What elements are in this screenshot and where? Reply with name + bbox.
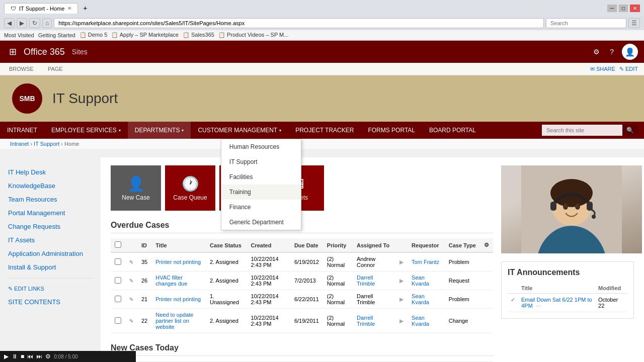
nav-item-intranet[interactable]: INTRANET: [0, 122, 44, 139]
back-button[interactable]: ◀: [4, 18, 15, 28]
page-button[interactable]: PAGE: [45, 64, 66, 74]
help-button[interactable]: ?: [608, 46, 616, 58]
bookmark-demo5[interactable]: 📋 Demo 5: [79, 32, 108, 38]
address-bar[interactable]: [54, 18, 544, 28]
refresh-button[interactable]: ↻: [29, 18, 40, 28]
bookmark-apply-sp[interactable]: 📋 Apply – SP Marketplace: [111, 32, 179, 38]
sidebar-item-team-resources[interactable]: Team Resources: [0, 193, 101, 206]
col-case-status: Case Status: [206, 238, 247, 252]
video-settings-button[interactable]: ⚙: [45, 353, 51, 360]
nav-item-departments[interactable]: DEPARTMENTS ▾ Human Resources IT Support…: [128, 122, 191, 139]
sp-nav: INTRANET EMPLOYEE SERVICES ▾ DEPARTMENTS…: [0, 122, 644, 139]
row1-title[interactable]: Printer not printing: [151, 252, 206, 272]
nav-item-forms-portal[interactable]: FORMS PORTAL: [361, 122, 422, 139]
announcement-link[interactable]: Email Down Sat 6/22 1PM to 4PM: [521, 297, 592, 309]
sidebar-item-application-admin[interactable]: Application Administration: [0, 247, 101, 260]
row4-edit: ✎: [125, 309, 137, 333]
row1-requestor: Tom Frantz: [408, 252, 445, 272]
minimize-button[interactable]: ─: [607, 5, 617, 12]
share-button[interactable]: ✉ SHARE: [590, 66, 615, 72]
row1-id: 35: [137, 252, 151, 272]
breadcrumb-intranet[interactable]: Intranet: [10, 141, 29, 147]
row2-sep: ▶: [395, 272, 408, 290]
video-skip-forward-button[interactable]: ⏭: [36, 353, 42, 360]
browser-controls: ◀ ▶ ↻ ⌂ ☰: [0, 16, 644, 30]
svg-rect-4: [550, 202, 556, 211]
avatar[interactable]: 👤: [622, 44, 638, 60]
dropdown-item-training[interactable]: Training: [221, 185, 301, 200]
row2-edit: ✎: [125, 272, 137, 290]
nav-item-customer-management[interactable]: CUSTOMER MANAGEMENT ▾: [191, 122, 288, 139]
waffle-button[interactable]: ⊞: [6, 43, 20, 60]
browse-button[interactable]: BROWSE: [6, 64, 37, 74]
new-cases-today-title: New Cases Today: [111, 343, 493, 356]
layout-right: IT Announcements Title Modified ✓: [493, 165, 634, 362]
new-tab-button[interactable]: +: [81, 2, 89, 14]
sidebar-item-it-assets[interactable]: IT Assets: [0, 233, 101, 247]
support-person-image: [501, 165, 642, 253]
customer-management-arrow: ▾: [279, 128, 281, 133]
row2-title[interactable]: HVAC filter changes due: [151, 272, 206, 290]
sidebar-item-change-requests[interactable]: Change Requests: [0, 220, 101, 233]
tile-new-case-label: New Case: [122, 194, 149, 201]
departments-arrow: ▾: [182, 128, 184, 133]
maximize-button[interactable]: □: [619, 5, 628, 12]
sidebar-item-install-support[interactable]: Install & Support: [0, 260, 101, 274]
bookmark-sales365[interactable]: 📋 Sales365: [183, 32, 214, 38]
dropdown-item-it-support[interactable]: IT Support: [221, 154, 301, 169]
nav-search-input[interactable]: [542, 125, 622, 136]
video-play-button[interactable]: ▶: [4, 353, 9, 360]
nav-item-board-portal[interactable]: BOARD PORTAL: [422, 122, 483, 139]
nav-item-employee-services[interactable]: EMPLOYEE SERVICES ▾: [44, 122, 128, 139]
tile-new-case[interactable]: 👤 New Case: [111, 165, 161, 211]
dropdown-item-human-resources[interactable]: Human Resources: [221, 139, 301, 154]
sp-topbar: ⊞ Office 365 Sites ⚙ ? 👤: [0, 41, 644, 63]
col-due-date: Due Date: [290, 238, 323, 252]
edit-links-button[interactable]: ✎ EDIT LINKS: [0, 283, 101, 295]
breadcrumb-it-support[interactable]: IT Support: [34, 141, 59, 147]
close-icon[interactable]: ✕: [67, 6, 71, 11]
dropdown-item-generic-department[interactable]: Generic Department: [221, 215, 301, 230]
dropdown-item-finance[interactable]: Finance: [221, 200, 301, 215]
row3-id: 21: [137, 290, 151, 309]
video-stop-button[interactable]: ■: [21, 353, 24, 360]
tile-case-queue[interactable]: 🕐 Case Queue: [165, 165, 215, 211]
sidebar-item-it-help-desk[interactable]: IT Help Desk: [0, 165, 101, 179]
bookmark-getting-started[interactable]: Getting Started: [38, 32, 75, 38]
ann-modified-col: Modified: [595, 283, 627, 294]
video-skip-back-button[interactable]: ⏮: [27, 353, 33, 360]
browser-search-input[interactable]: [546, 18, 626, 28]
video-pause-button[interactable]: ⏸: [12, 353, 18, 360]
row4-title[interactable]: Need to update partner list on website: [151, 309, 206, 333]
sidebar-divider: [8, 278, 93, 279]
page-header: SMB IT Support: [0, 75, 644, 122]
settings-button[interactable]: ☰: [628, 18, 640, 28]
video-player-bar: ▶ ⏸ ■ ⏮ ⏭ ⚙ 0:08 / 5:00: [0, 351, 136, 362]
bookmark-most-visited[interactable]: Most Visited: [4, 32, 34, 38]
home-button[interactable]: ⌂: [42, 18, 52, 28]
site-contents-link[interactable]: SITE CONTENTS: [0, 295, 101, 309]
dropdown-item-facilities[interactable]: Facilities: [221, 169, 301, 185]
logo-text: SMB: [19, 95, 35, 103]
sidebar-item-knowledge-base[interactable]: KnowledgeBase: [0, 179, 101, 193]
nav-item-project-tracker[interactable]: PROJECT TRACKER: [288, 122, 361, 139]
row3-due-date: 6/22/2011: [290, 290, 323, 309]
nav-search-button[interactable]: 🔍: [622, 125, 638, 136]
edit-button[interactable]: ✎ EDIT: [619, 66, 638, 72]
col-settings[interactable]: ⚙: [480, 238, 493, 252]
overdue-cases-title: Overdue Cases: [111, 221, 493, 233]
close-window-button[interactable]: ✕: [630, 5, 640, 12]
col-id: ID: [137, 238, 151, 252]
sidebar-item-portal-management[interactable]: Portal Management: [0, 206, 101, 220]
browser-chrome: 🛡 IT Support - Home ✕ + ─ □ ✕ ◀ ▶ ↻ ⌂ ☰ …: [0, 0, 644, 41]
row3-title[interactable]: Printer not printing: [151, 290, 206, 309]
browser-tab[interactable]: 🛡 IT Support - Home ✕: [4, 3, 78, 14]
bookmark-product-videos[interactable]: 📋 Product Videos – SP M...: [218, 32, 289, 38]
col-checkbox: [111, 238, 125, 252]
layout-left: 👤 New Case 🕐 Case Queue 📊 Help Desk Dash…: [111, 165, 493, 362]
gear-button[interactable]: ⚙: [591, 46, 602, 58]
window-controls: ─ □ ✕: [607, 5, 640, 12]
select-all-checkbox[interactable]: [115, 241, 121, 248]
forward-button[interactable]: ▶: [17, 18, 27, 28]
row3-extra: [480, 290, 493, 309]
